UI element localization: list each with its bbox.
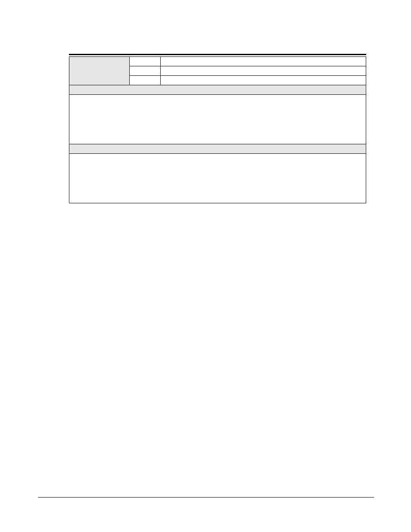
cell bbox=[129, 66, 160, 76]
table-row bbox=[69, 57, 366, 66]
content-table bbox=[69, 56, 366, 203]
section-body-row bbox=[69, 154, 366, 203]
cell bbox=[129, 57, 160, 66]
section-header-row bbox=[69, 144, 366, 154]
cell bbox=[160, 66, 366, 76]
page bbox=[0, 0, 411, 532]
cell bbox=[129, 76, 160, 85]
cell bbox=[160, 57, 366, 66]
section-body bbox=[69, 95, 366, 144]
cell bbox=[160, 76, 366, 85]
footer-rule bbox=[38, 497, 374, 498]
cell-left-block bbox=[69, 57, 130, 85]
section-header bbox=[69, 85, 366, 95]
section-header bbox=[69, 144, 366, 154]
section-body-row bbox=[69, 95, 366, 144]
section-header-row bbox=[69, 85, 366, 95]
top-rule bbox=[69, 54, 366, 55]
section-body bbox=[69, 154, 366, 203]
